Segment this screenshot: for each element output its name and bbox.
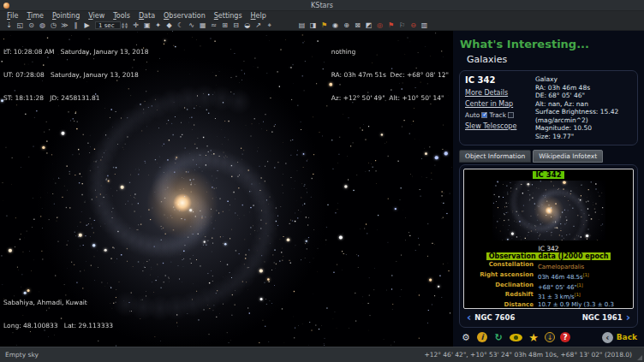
constellation-boundaries-icon[interactable]: ▦ <box>197 21 208 31</box>
time-unit-spinner[interactable]: ▲▼ <box>125 22 128 29</box>
center-in-map-link[interactable]: Center in Map <box>465 100 535 108</box>
time-to-now-icon[interactable]: ≫ <box>59 21 70 31</box>
kstars-window: KStars File Time Pointing View Tools Dat… <box>0 0 644 362</box>
red-flag-icon[interactable]: ⚑ <box>385 21 397 31</box>
object-detail-line: Size: 19.77" <box>535 133 632 141</box>
tab-object-information[interactable]: Object Information <box>459 150 531 163</box>
back-button[interactable]: ‹ Back <box>602 332 637 343</box>
remove-item-icon[interactable]: ⊖ <box>408 21 419 31</box>
tab-wikipedia-infotext[interactable]: Wikipedia Infotext <box>533 150 603 163</box>
solar-system-toggle-icon[interactable]: ☾ <box>175 21 186 31</box>
stars-toggle-icon[interactable]: ✦ <box>152 21 164 31</box>
row-label: Distance <box>468 301 538 309</box>
geographic-location-icon[interactable]: ◍ <box>37 21 48 31</box>
zenith-icon[interactable]: ✛ <box>130 21 141 31</box>
observation-table: Constellation Camelopardalis Right ascen… <box>468 261 629 309</box>
favorite-star-icon[interactable]: ★ <box>528 331 540 343</box>
resize-grip[interactable] <box>637 355 642 360</box>
back-label: Back <box>617 333 637 341</box>
more-details-link[interactable]: More Details <box>465 89 535 97</box>
menu-item[interactable]: Help <box>247 12 271 20</box>
track-checkbox[interactable] <box>508 112 514 118</box>
download-icon[interactable]: ↓ <box>545 332 555 342</box>
satellites-icon[interactable]: ↗ <box>253 21 264 31</box>
row-label: Right ascension <box>468 271 538 282</box>
hips-overlay-icon[interactable]: ▥ <box>419 21 430 31</box>
reload-icon[interactable]: ↻ <box>492 331 504 343</box>
auto-checkbox[interactable] <box>481 112 487 118</box>
row-value: +68° 05' 46"[1] <box>538 282 629 292</box>
object-detail-line: RA: 03h 46m 48s <box>535 84 632 92</box>
row-value: 31 ± 3 km/s[1] <box>538 291 629 301</box>
menu-item[interactable]: View <box>84 12 109 20</box>
horizontal-grid-icon[interactable]: ⊟ <box>230 21 242 31</box>
menu-item[interactable]: Pointing <box>48 12 84 20</box>
object-detail-line: DE: 68° 05' 46" <box>535 92 632 100</box>
row-label: Declination <box>468 282 538 292</box>
equatorial-grid-icon[interactable]: ⊞ <box>219 21 230 31</box>
find-target-icon[interactable]: ⊕ <box>341 21 352 31</box>
galaxy-thumbnail <box>492 181 605 240</box>
table-row: Redshift 31 ± 3 km/s[1] <box>468 291 629 301</box>
find-object-icon[interactable]: ◱ <box>15 21 26 31</box>
table-row: Constellation Camelopardalis <box>468 261 629 271</box>
object-detail-line: Galaxy <box>535 75 632 84</box>
fov-symbol-icon[interactable]: ▣ <box>141 21 152 31</box>
lock-position-icon[interactable]: ⊠ <box>352 21 363 31</box>
deep-sky-toggle-icon[interactable]: ◆ <box>164 21 175 31</box>
object-nav: ‹ NGC 7606 NGC 1961 › <box>463 311 634 323</box>
observing-list-icon[interactable]: ⚑ <box>319 21 330 31</box>
wiki-card: IC 342 IC 342 Observation data (J2000 ep… <box>459 164 638 328</box>
wiki-section-observation: Observation data (J2000 epoch <box>486 252 611 260</box>
view-toolbars-icon[interactable]: ▤ <box>296 21 307 31</box>
eye-icon[interactable] <box>510 334 522 341</box>
settings-icon[interactable]: ⚙ <box>460 331 472 343</box>
table-row: Right ascension 03h 46m 48.5s[1] <box>468 271 629 282</box>
wikipedia-infotext[interactable]: IC 342 IC 342 Observation data (J2000 ep… <box>463 169 634 309</box>
next-chevron-icon[interactable]: › <box>626 312 630 323</box>
set-time-icon[interactable]: ◷ <box>48 21 59 31</box>
visibility-icon[interactable]: ◉ <box>330 21 341 31</box>
menu-item[interactable]: Data <box>134 12 159 20</box>
stop-clock-icon[interactable]: ∥ <box>70 21 81 31</box>
panel-footer: ⚙ i ↻ ★ ↓ ? ‹ Back <box>453 328 644 347</box>
wiki-title: IC 342 <box>533 171 564 179</box>
gray-flag-icon[interactable]: ⚐ <box>397 21 408 31</box>
sky-map[interactable]: LT: 10:28:08 AM Saturday, January 13, 20… <box>0 31 452 347</box>
location-info-overlay: Sabahiya, Ahmadi, Kuwait Long: 48.100833… <box>3 283 113 345</box>
constellation-lines-icon[interactable]: ∿ <box>186 21 197 31</box>
help-icon[interactable]: ? <box>560 332 570 342</box>
sky-color-icon[interactable]: ◩ <box>363 21 374 31</box>
horizon-toggle-icon[interactable]: ◒ <box>242 21 253 31</box>
menu-item[interactable]: Observation <box>159 12 210 20</box>
indi-status-icon[interactable]: ◎ <box>374 21 385 31</box>
prev-chevron-icon[interactable]: ‹ <box>467 312 471 323</box>
status-coordinates: +12° 46' 42", +10° 53' 24" 03h 48m 10s, … <box>424 351 632 359</box>
table-row: Distance 10.7 ± 0.9 Mly (3.3 ± 0.3 Mpc)[… <box>468 301 629 309</box>
time-step-input[interactable]: 1 sec <box>95 21 121 29</box>
whats-interesting-icon[interactable]: ◨ <box>307 21 319 31</box>
status-bar: Empty sky +12° 46' 42", +10° 53' 24" 03h… <box>0 347 644 362</box>
object-detail-line: Alt: nan, Az: nan <box>535 100 632 109</box>
object-name: IC 342 <box>465 75 535 85</box>
next-object-button[interactable]: NGC 1961 <box>582 313 623 322</box>
time-step-spinner[interactable]: ▲▼ <box>122 22 124 29</box>
whats-interesting-panel: What's Interesting... Galaxies IC 342 Mo… <box>452 31 644 347</box>
object-detail-line: Surface Brightness: 15.42 (mag/arcmin^2) <box>535 108 632 124</box>
details-icon[interactable]: i <box>477 332 487 342</box>
prev-object-button[interactable]: NGC 7606 <box>474 313 515 322</box>
start-clock-icon[interactable]: ▶ <box>81 21 92 31</box>
title-bar[interactable]: KStars <box>0 0 644 11</box>
panel-title: What's Interesting... <box>460 38 644 50</box>
slew-telescope-link[interactable]: Slew Telescope <box>465 122 535 130</box>
zoom-icon[interactable]: ⊙ <box>26 21 37 31</box>
menu-item[interactable]: Tools <box>109 12 134 20</box>
milky-way-icon[interactable]: ≈ <box>208 21 219 31</box>
telescope-control-icon[interactable]: ⌖ <box>264 21 275 31</box>
menu-item[interactable]: Time <box>22 12 48 20</box>
wiki-caption: IC 342 <box>538 245 558 252</box>
menu-item[interactable]: File <box>3 12 22 20</box>
window-title: KStars <box>311 2 333 9</box>
menu-item[interactable]: Settings <box>210 12 247 20</box>
download-data-icon[interactable]: ⇣ <box>3 21 15 31</box>
